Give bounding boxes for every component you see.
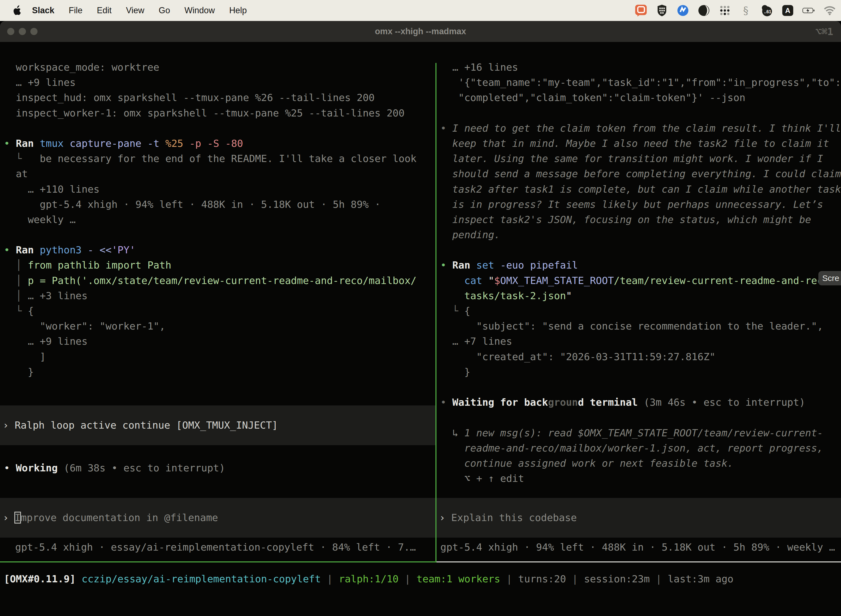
terminal-line [0, 120, 435, 136]
terminal-line: "created_at": "2026-03-31T11:59:27.816Z" [437, 349, 841, 364]
minimize-button[interactable] [19, 28, 26, 35]
text-segment [440, 290, 464, 301]
input-source-icon[interactable]: A [781, 4, 794, 17]
chat-icon[interactable] [634, 4, 647, 17]
terminal-line: '{"team_name":"my-team","task_id":"1","f… [437, 75, 841, 90]
wifi-icon[interactable] [823, 4, 836, 17]
text-segment: /team/review-current-readme-and-reco/ [614, 275, 835, 286]
menu-item-app[interactable]: Slack [25, 6, 62, 15]
terminal-line: inspect task2's JSON, focusing on the st… [437, 212, 841, 227]
terminal-line: "subject": "send a concise recommendatio… [437, 318, 841, 334]
close-button[interactable] [7, 28, 14, 35]
meter-icon[interactable]: ..61 [760, 4, 773, 17]
left-prompt-input[interactable]: › Improve documentation in @filename [0, 498, 435, 538]
terminal-content: workspace_mode: worktree … +9 lines insp… [0, 63, 841, 616]
terminal-line: │ p = Path('.omx/state/team/review-curre… [0, 273, 435, 288]
terminal-line: tasks/task-2.json" [437, 288, 841, 303]
terminal-line [437, 242, 841, 258]
text-segment: • [4, 138, 16, 149]
text-segment: mprove documentation in @filename [21, 512, 218, 523]
terminal-line: gpt-5.4 xhigh · 94% left · 488K in · 5.1… [0, 197, 435, 212]
left-pane-scrollback: workspace_mode: worktree … +9 lines insp… [0, 63, 435, 476]
text-segment: weekly … [4, 214, 76, 225]
text-segment: at [4, 168, 28, 179]
grid-icon[interactable] [718, 4, 731, 17]
window-titlebar[interactable]: omx --xhigh --madmax ⌥⌘1 [0, 21, 841, 42]
badge-icon[interactable] [677, 4, 689, 17]
text-segment: -S [207, 138, 225, 149]
text-segment: ↳ [440, 427, 464, 439]
text-segment: • [440, 123, 452, 134]
text-segment: … +7 lines [440, 336, 512, 347]
apple-icon[interactable] [13, 4, 22, 16]
text-segment: '{"team_name":"my-team","task_id":"1","f… [440, 77, 841, 88]
menu-item-edit[interactable]: Edit [90, 6, 119, 15]
shield-icon[interactable] [656, 4, 668, 17]
text-segment: { [28, 305, 34, 317]
text-segment: -t [147, 138, 165, 149]
right-prompt-input[interactable]: › Explain this codebase [437, 498, 841, 538]
text-segment: OMX_TEAM_STATE_ROOT [500, 275, 614, 286]
squiggle-icon[interactable]: § [740, 4, 752, 17]
menu-item-window[interactable]: Window [177, 6, 222, 15]
terminal-window: omx --xhigh --madmax ⌥⌘1 workspace_mode:… [0, 21, 841, 616]
terminal-line: continue assigned work or next feasible … [437, 456, 841, 471]
text-segment: ralph:1/10 [339, 573, 399, 585]
text-segment: inspect_hud: omx sparkshell --tmux-pane … [4, 92, 375, 103]
text-segment: | [500, 573, 518, 585]
terminal-line: workspace_mode: worktree [0, 63, 435, 75]
menu-item-go[interactable]: Go [151, 6, 177, 15]
right-pane-status-line: gpt-5.4 xhigh · 94% left · 488K in · 5.1… [437, 540, 841, 555]
terminal-line [0, 445, 435, 461]
menu-item-view[interactable]: View [119, 6, 151, 15]
text-segment: session:23m [584, 573, 649, 585]
text-segment: should send a message before completing … [440, 168, 841, 179]
window-shortcut-badge: ⌥⌘1 [815, 26, 833, 37]
text-segment: later. Using the same for transition mig… [440, 153, 823, 164]
terminal-line: readme-and-reco/mailbox/worker-1.json, a… [437, 440, 841, 456]
terminal-line: │ … +3 lines [0, 288, 435, 303]
screen-edge-overlay[interactable]: Scre [818, 271, 841, 285]
text-segment: d terminal [578, 397, 644, 408]
terminal-line: … +9 lines [0, 75, 435, 90]
terminal-line: weekly … [0, 212, 435, 227]
battery-icon[interactable] [802, 4, 815, 17]
text-segment: "worker": "worker-1", [4, 320, 165, 332]
text-segment: … +9 lines [4, 77, 76, 88]
text-segment: from pathlib import Path [28, 260, 171, 271]
menu-item-help[interactable]: Help [222, 6, 254, 15]
text-segment: gpt-5.4 xhigh · 94% left · 488K in · 5.1… [4, 199, 381, 210]
text-segment: Ralph loop active continue [OMX_TMUX_INJ… [15, 419, 278, 431]
menubar-status-icons: §..61A [634, 4, 836, 17]
text-segment: • [4, 462, 16, 474]
terminal-line: at [0, 166, 435, 181]
text-segment: readme-and-reco/mailbox/worker-1.json, a… [440, 442, 823, 454]
text-segment: %25 [165, 138, 189, 149]
text-segment: tasks/task-2.json [464, 290, 566, 301]
text-segment: << [100, 244, 111, 255]
text-segment: └ [4, 305, 28, 317]
terminal-line: • I need to get the claim token from the… [437, 120, 841, 136]
text-segment: └ [440, 305, 464, 317]
right-terminal-pane[interactable]: … +16 lines '{"team_name":"my-team","tas… [437, 63, 841, 562]
text-segment: | [650, 573, 668, 585]
text-segment: workspace_mode: worktree [4, 63, 160, 73]
terminal-line: } [437, 364, 841, 380]
terminal-line: is in progress? It seems likely but perh… [437, 197, 841, 212]
omx-session-status-bar: [OMX#0.11.9] cczip/essay/ai-reimplementa… [0, 571, 841, 587]
text-segment: { [464, 305, 470, 317]
zoom-button[interactable] [30, 28, 38, 35]
text-segment: groun [548, 397, 578, 408]
left-terminal-pane[interactable]: workspace_mode: worktree … +9 lines insp… [0, 63, 435, 562]
text-segment: team:1 workers [417, 573, 500, 585]
text-segment: tmux [40, 138, 70, 149]
text-segment: Working [16, 462, 63, 474]
text-segment: -euo pipefail [500, 260, 578, 271]
menu-item-file[interactable]: File [62, 6, 90, 15]
terminal-line: keep that in mind. Maybe I also need the… [437, 136, 841, 151]
text-segment: -p [189, 138, 207, 149]
text-segment: continue assigned work or next feasible … [440, 458, 733, 469]
screen-edge-overlay-label: Scre [822, 273, 840, 283]
text-segment: • [440, 260, 452, 271]
crescent-icon[interactable] [697, 4, 710, 17]
